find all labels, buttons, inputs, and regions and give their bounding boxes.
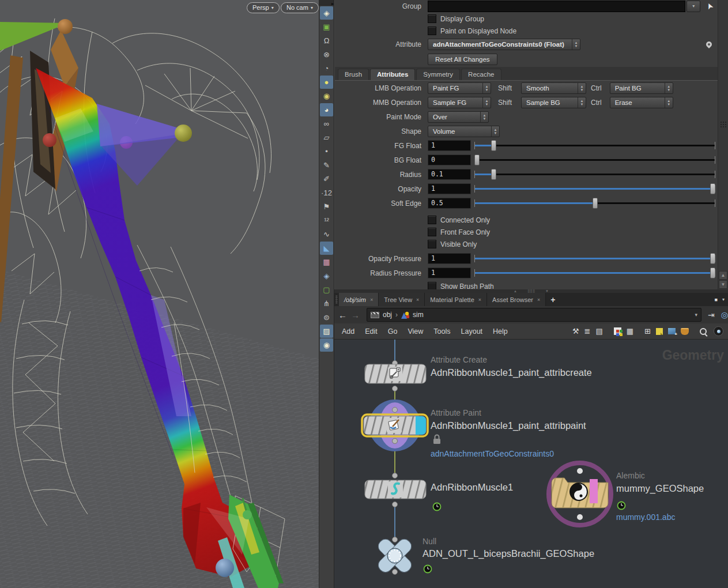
node-file-link[interactable]: mummy.001.abc xyxy=(616,512,675,522)
maximize-pane-icon[interactable]: ■ xyxy=(715,297,718,303)
point-dot-icon[interactable]: • xyxy=(320,145,333,158)
close-tab-icon[interactable]: × xyxy=(416,297,419,303)
menu-add[interactable]: Add xyxy=(337,327,360,336)
soft-edge-input[interactable]: 0.5 xyxy=(428,198,471,209)
list-view-icon[interactable]: ▤ xyxy=(596,327,603,336)
camera-select-menu[interactable]: No cam ▾ xyxy=(281,2,319,13)
node-name[interactable]: AdnRibbonMuscle1_paint_attribpaint xyxy=(431,420,586,431)
location-pin-icon[interactable]: ◉ xyxy=(320,338,333,352)
node-attribpaint[interactable] xyxy=(362,399,428,451)
joint-sphere-brown[interactable] xyxy=(58,19,73,34)
opacity-pressure-slider-handle[interactable] xyxy=(710,253,715,264)
clock-badge-icon[interactable] xyxy=(618,502,625,510)
bg-float-input[interactable]: 0 xyxy=(428,154,471,165)
tab-symmetry[interactable]: Symmetry xyxy=(416,69,460,80)
forward-button[interactable]: → xyxy=(351,310,360,320)
tree-view-icon[interactable]: ≣ xyxy=(584,327,591,336)
shape-select[interactable]: Volume xyxy=(428,126,500,137)
close-tab-icon[interactable]: × xyxy=(478,297,481,303)
mmb-primary-select[interactable]: Sample FG xyxy=(428,97,491,108)
node-name[interactable]: AdnRibbonMuscle1_paint_attribcreate xyxy=(431,367,592,378)
node-output-dot[interactable] xyxy=(393,570,398,575)
gallery-icon[interactable] xyxy=(681,328,689,335)
uv-checker-icon[interactable]: ▦ xyxy=(320,255,333,269)
color-palette-icon[interactable] xyxy=(614,327,621,335)
circle-menu-icon[interactable]: ⊜ xyxy=(320,311,333,324)
node-attribute-link[interactable]: adnAttachmentToGeoConstraints0 xyxy=(431,449,554,458)
lmb-ctrl-select[interactable]: Paint BG xyxy=(610,82,673,94)
tools-icon[interactable]: ⚒ xyxy=(572,327,579,336)
display-group-checkbox[interactable] xyxy=(428,14,436,23)
scrollbar-grip[interactable] xyxy=(720,121,726,129)
attribute-select[interactable]: adnAttachmentToGeoConstraints0 (Float) xyxy=(428,39,580,50)
parameter-scrollbar[interactable]: ▲ ▼ xyxy=(718,0,728,289)
clock-badge-icon[interactable] xyxy=(424,566,432,573)
network-editor[interactable]: Geometry Attribute Create AdnRibbonMuscl… xyxy=(334,340,728,588)
front-face-only-checkbox[interactable] xyxy=(428,228,436,236)
bg-float-slider-handle[interactable] xyxy=(474,154,480,165)
radius-input[interactable]: 0.1 xyxy=(428,169,471,180)
pane-menu-icon[interactable]: ▾ xyxy=(722,297,725,302)
path-field[interactable]: obj › sim ▾ xyxy=(367,308,701,322)
menu-layout[interactable]: Layout xyxy=(456,327,488,336)
pane-tab-material-palette[interactable]: Material Palette× xyxy=(425,293,487,306)
lock-icon[interactable]: Ω xyxy=(320,34,333,47)
opacity-pressure-slider[interactable] xyxy=(474,253,715,264)
menu-edit[interactable]: Edit xyxy=(360,327,383,336)
group-input[interactable] xyxy=(428,1,685,12)
add-image-icon[interactable] xyxy=(668,328,676,334)
radius-pressure-slider-handle[interactable] xyxy=(710,267,715,278)
lightbulb-icon[interactable]: ● xyxy=(320,76,333,89)
pane-tab-asset-browser[interactable]: Asset Browser× xyxy=(487,293,546,306)
joint-sphere-green[interactable] xyxy=(243,510,252,519)
glasses-icon[interactable]: ∞ xyxy=(320,117,333,130)
fg-float-input[interactable]: 1 xyxy=(428,140,471,151)
node-input-dot[interactable] xyxy=(393,537,398,542)
visibility-icon[interactable] xyxy=(714,326,723,336)
soft-edge-slider-handle[interactable] xyxy=(593,198,598,209)
node-output-dot[interactable] xyxy=(393,502,398,507)
material-ball-icon[interactable]: ◕ xyxy=(320,103,333,116)
select-arrow-icon[interactable]: ➤ xyxy=(704,1,715,11)
node-adnribbonmuscle1[interactable] xyxy=(365,473,426,507)
node-flag-cyan[interactable] xyxy=(416,416,426,435)
camera-persp-menu[interactable]: Persp ▾ xyxy=(247,2,280,13)
soft-edge-slider[interactable] xyxy=(474,198,715,209)
clock-badge-icon[interactable] xyxy=(433,503,441,511)
node-name[interactable]: ADN_OUT_L_bicepsBrachii_GEOShape xyxy=(423,548,594,559)
node-alembic[interactable] xyxy=(549,463,611,525)
pin-path-icon[interactable]: ⇥ xyxy=(708,310,715,319)
new-tab-button[interactable]: + xyxy=(546,293,560,306)
node-input-dot[interactable] xyxy=(577,468,583,474)
node-input-dot[interactable] xyxy=(393,408,398,413)
menu-tools[interactable]: Tools xyxy=(428,327,455,336)
fg-float-slider[interactable] xyxy=(474,140,715,151)
radius-pressure-input[interactable]: 1 xyxy=(428,267,471,278)
takes-bag-icon[interactable]: ▱ xyxy=(320,131,333,144)
connected-only-checkbox[interactable] xyxy=(428,216,436,224)
mmb-shift-select[interactable]: Sample BG xyxy=(521,97,586,108)
windows-icon[interactable]: ⊞ xyxy=(644,327,651,336)
group-dropdown-button[interactable]: ▾ xyxy=(686,1,700,12)
tab-bar-grip[interactable] xyxy=(335,295,338,304)
pane-tab--obj-sim[interactable]: /obj/sim× xyxy=(339,293,379,306)
sticky-note-icon[interactable] xyxy=(656,328,663,335)
lmb-shift-select[interactable]: Smooth xyxy=(521,82,586,94)
path-dropdown-icon[interactable]: ▾ xyxy=(695,312,698,318)
hand-flag-icon[interactable]: ⚑ xyxy=(320,200,333,213)
secure-selection-icon[interactable]: ◈ xyxy=(320,6,333,20)
scroll-up-button[interactable]: ▲ xyxy=(719,271,727,280)
path-segment-obj[interactable]: obj xyxy=(383,311,392,319)
reset-all-changes-button[interactable]: Reset All Changes xyxy=(428,54,497,65)
radius-slider-handle[interactable] xyxy=(491,169,496,180)
search-icon[interactable] xyxy=(700,328,707,335)
scroll-down-button[interactable]: ▼ xyxy=(719,280,727,289)
curve-icon[interactable]: ∿ xyxy=(320,228,333,241)
pick-icon[interactable]: ✐ xyxy=(320,172,333,186)
image-plane-icon[interactable]: ▨ xyxy=(320,325,333,338)
path-segment-sim[interactable]: sim xyxy=(413,311,424,319)
scene-viewport[interactable]: Persp ▾ No cam ▾ xyxy=(0,0,319,588)
node-output-dot[interactable] xyxy=(577,514,583,520)
node-output-dot[interactable] xyxy=(393,386,398,391)
paint-on-displayed-node-checkbox[interactable] xyxy=(428,27,436,35)
